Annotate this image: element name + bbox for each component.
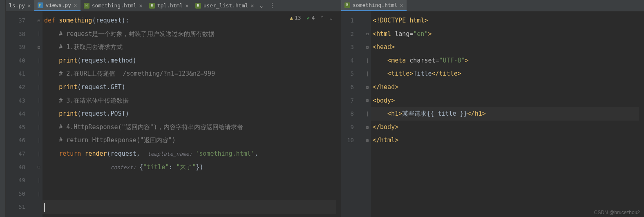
marker-strip[interactable] — [639, 11, 644, 217]
editor-right[interactable]: 1 2 3 4 5 6 7 8 9 10 ⊟⊟ ││⊟ ⊟│⊟ ⊟ <!DOCT… — [341, 11, 644, 217]
chevron-down-icon[interactable]: ⌄ — [329, 15, 333, 21]
code-area[interactable]: def something(request): # request是一个对象，封… — [42, 11, 336, 217]
html-icon: H — [149, 3, 155, 9]
fold-strip[interactable]: ⊟⊟ ││⊟ ⊟│⊟ ⊟ — [364, 11, 371, 217]
close-icon[interactable]: × — [27, 2, 31, 9]
watermark: CSDN @brucezhou2 — [594, 210, 640, 215]
warning-icon: ▲ — [290, 15, 293, 21]
check-icon: ✔ — [307, 15, 310, 21]
tab-views-py[interactable]: P views.py × — [34, 0, 80, 11]
html-icon: H — [195, 3, 201, 9]
tab-something-html[interactable]: H something.html × — [80, 0, 146, 11]
editor-pane-right: H something.html × 1 2 3 4 5 6 7 8 9 10 … — [341, 0, 644, 217]
more-icon[interactable]: ⋮ — [266, 2, 279, 9]
editor-pane-left: ls.py × P views.py × H something.html × … — [6, 0, 341, 217]
fold-icon[interactable]: ⊟ — [35, 14, 42, 27]
tab-label: tpl.html — [157, 2, 183, 9]
line-gutter[interactable]: 1 2 3 4 5 6 7 8 9 10 — [341, 11, 364, 217]
close-icon[interactable]: × — [185, 2, 188, 9]
chevron-down-icon[interactable]: ⌄ — [257, 2, 266, 9]
caret-line — [42, 200, 336, 214]
tab-tpl-html[interactable]: H tpl.html × — [146, 0, 192, 11]
tab-label: user_list.html — [203, 2, 248, 9]
close-icon[interactable]: × — [74, 2, 77, 9]
tab-label: something.html — [353, 2, 398, 8]
left-tool-strip[interactable] — [0, 0, 6, 217]
tab-bar-left: ls.py × P views.py × H something.html × … — [6, 0, 341, 11]
tab-label: something.html — [92, 2, 137, 9]
tab-bar-right: H something.html × — [341, 0, 644, 11]
python-icon: P — [38, 2, 43, 8]
marker-strip[interactable] — [336, 11, 341, 217]
warnings-indicator[interactable]: ▲13 — [290, 15, 301, 21]
tab-user-list-html[interactable]: H user_list.html × — [192, 0, 257, 11]
close-icon[interactable]: × — [250, 2, 254, 9]
html-icon: H — [84, 3, 89, 9]
line-gutter[interactable]: 37 38 39 40 41 42 43 44 45 46 47 48 49 5… — [6, 11, 35, 217]
checks-indicator[interactable]: ✔4 — [307, 15, 315, 21]
inspection-status: ▲13 ✔4 ⌃ ⌄ — [290, 15, 333, 21]
tab-label: ls.py — [9, 2, 25, 9]
close-icon[interactable]: × — [139, 2, 142, 9]
tab-label: views.py — [46, 2, 72, 8]
code-area[interactable]: <!DOCTYPE html> <html lang="en"> <head> … — [371, 11, 639, 217]
close-icon[interactable]: × — [400, 2, 403, 9]
html-icon: H — [344, 2, 350, 8]
tab-ls-py[interactable]: ls.py × — [6, 0, 34, 11]
tab-something-html[interactable]: H something.html × — [341, 0, 407, 11]
fold-strip[interactable]: ⊟ │⊟│ │││ │││ │⊟│ │ — [35, 11, 42, 217]
chevron-up-icon[interactable]: ⌃ — [320, 15, 324, 21]
editor-left[interactable]: ▲13 ✔4 ⌃ ⌄ 37 38 39 40 41 42 43 44 45 46… — [6, 11, 341, 217]
